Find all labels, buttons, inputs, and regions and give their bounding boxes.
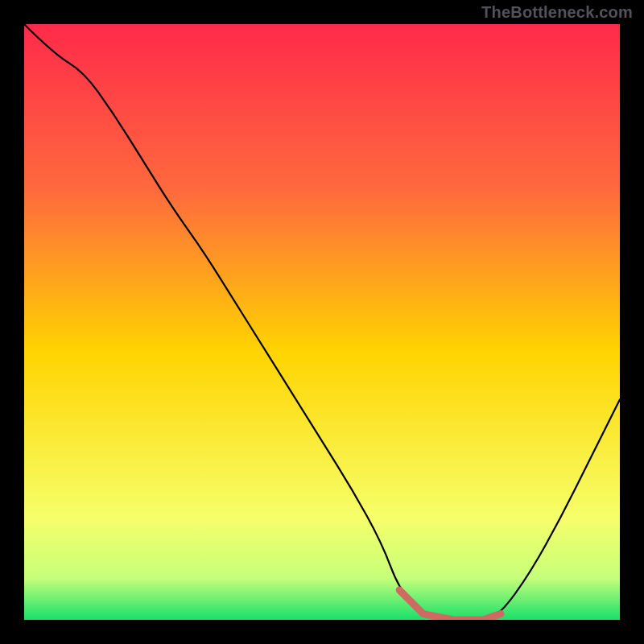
bottleneck-curve <box>24 24 620 620</box>
chart-overlay <box>24 24 620 620</box>
chart-container: TheBottleneck.com <box>0 0 644 644</box>
plot-area <box>24 24 620 620</box>
highlight-segment <box>399 590 501 620</box>
watermark-text: TheBottleneck.com <box>481 3 633 22</box>
